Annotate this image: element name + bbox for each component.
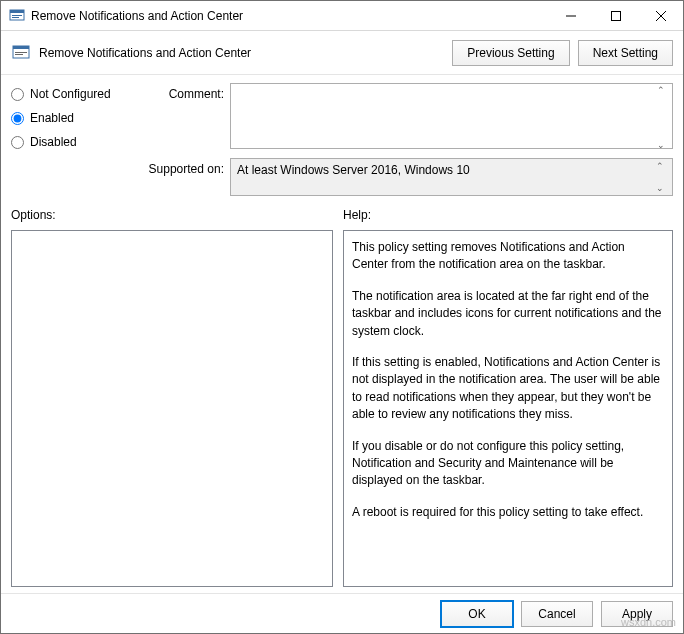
svg-rect-11 [15,54,23,55]
window-title: Remove Notifications and Action Center [31,9,548,23]
radio-not-configured[interactable]: Not Configured [11,87,131,101]
help-paragraph: If this setting is enabled, Notification… [352,354,664,424]
maximize-button[interactable] [593,1,638,30]
window-controls [548,1,683,30]
previous-setting-button[interactable]: Previous Setting [452,40,569,66]
titlebar: Remove Notifications and Action Center [1,1,683,31]
comment-row: Comment: ⌃⌄ [139,83,673,152]
ok-button[interactable]: OK [441,601,513,627]
upper-section: Not Configured Enabled Disabled Comment:… [11,83,673,196]
svg-rect-9 [13,46,29,49]
radio-enabled-input[interactable] [11,112,24,125]
svg-rect-3 [12,17,19,18]
help-label: Help: [343,204,673,226]
help-paragraph: The notification area is located at the … [352,288,664,340]
close-button[interactable] [638,1,683,30]
supported-row: Supported on: At least Windows Server 20… [139,158,673,196]
options-box[interactable] [11,230,333,587]
next-setting-button[interactable]: Next Setting [578,40,673,66]
supported-text: At least Windows Server 2016, Windows 10 [237,163,470,177]
svg-rect-5 [611,11,620,20]
app-icon [9,8,25,24]
policy-title: Remove Notifications and Action Center [39,46,444,60]
radio-label: Enabled [30,111,74,125]
minimize-button[interactable] [548,1,593,30]
help-paragraph: A reboot is required for this policy set… [352,504,664,521]
content-area: Not Configured Enabled Disabled Comment:… [1,75,683,593]
svg-rect-2 [12,15,22,16]
fields-section: Comment: ⌃⌄ Supported on: At least Windo… [139,83,673,196]
radio-not-configured-input[interactable] [11,88,24,101]
apply-button[interactable]: Apply [601,601,673,627]
radio-enabled[interactable]: Enabled [11,111,131,125]
radio-label: Not Configured [30,87,111,101]
cancel-button[interactable]: Cancel [521,601,593,627]
state-radios: Not Configured Enabled Disabled [11,83,131,196]
comment-input[interactable] [230,83,673,149]
help-paragraph: If you disable or do not configure this … [352,438,664,490]
options-pane: Options: [11,204,333,587]
radio-disabled-input[interactable] [11,136,24,149]
dialog-footer: OK Cancel Apply [1,593,683,633]
svg-rect-1 [10,10,24,13]
toolbar: Remove Notifications and Action Center P… [1,31,683,75]
policy-dialog: Remove Notifications and Action Center R… [0,0,684,634]
radio-disabled[interactable]: Disabled [11,135,131,149]
comment-label: Comment: [139,83,224,101]
scroll-indicator: ⌃⌄ [656,161,670,193]
supported-on-value: At least Windows Server 2016, Windows 10… [230,158,673,196]
help-paragraph: This policy setting removes Notification… [352,239,664,274]
help-box[interactable]: This policy setting removes Notification… [343,230,673,587]
lower-section: Options: Help: This policy setting remov… [11,204,673,587]
supported-label: Supported on: [139,158,224,176]
policy-icon [11,43,31,63]
svg-rect-10 [15,52,27,53]
radio-label: Disabled [30,135,77,149]
help-pane: Help: This policy setting removes Notifi… [343,204,673,587]
options-label: Options: [11,204,333,226]
